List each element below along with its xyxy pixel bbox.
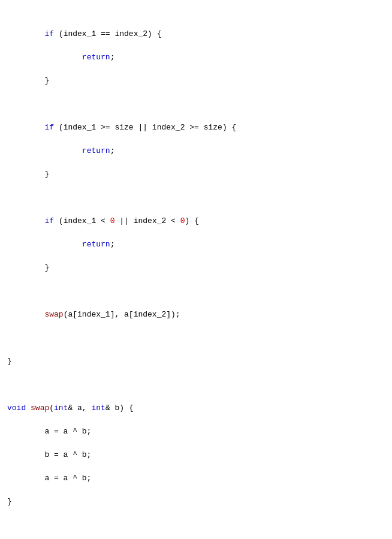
code-line: return; xyxy=(0,52,392,64)
code-line xyxy=(0,285,392,297)
code-line: } xyxy=(0,168,392,180)
code-line: } xyxy=(0,75,392,87)
code-line: } xyxy=(0,262,392,274)
code-line: } xyxy=(0,356,392,368)
code-line: } xyxy=(0,496,392,508)
code-line: a = a ^ b; xyxy=(0,426,392,438)
code-container: if (index_1 == index_2) { return; } if (… xyxy=(0,0,392,539)
code-line: swap(a[index_1], a[index_2]); xyxy=(0,309,392,321)
code-line: if (index_1 >= size || index_2 >= size) … xyxy=(0,122,392,134)
code-line xyxy=(0,519,392,531)
code-line: a = a ^ b; xyxy=(0,472,392,484)
code-line: if (index_1 == index_2) { xyxy=(0,28,392,40)
code-line: return; xyxy=(0,239,392,251)
code-line xyxy=(0,379,392,391)
code-line: if (index_1 < 0 || index_2 < 0) { xyxy=(0,215,392,227)
code-line: void swap(int& a, int& b) { xyxy=(0,402,392,414)
code-line xyxy=(0,192,392,204)
code-line: b = a ^ b; xyxy=(0,449,392,461)
code-line xyxy=(0,98,392,110)
code-line xyxy=(0,332,392,344)
code-line: return; xyxy=(0,145,392,157)
